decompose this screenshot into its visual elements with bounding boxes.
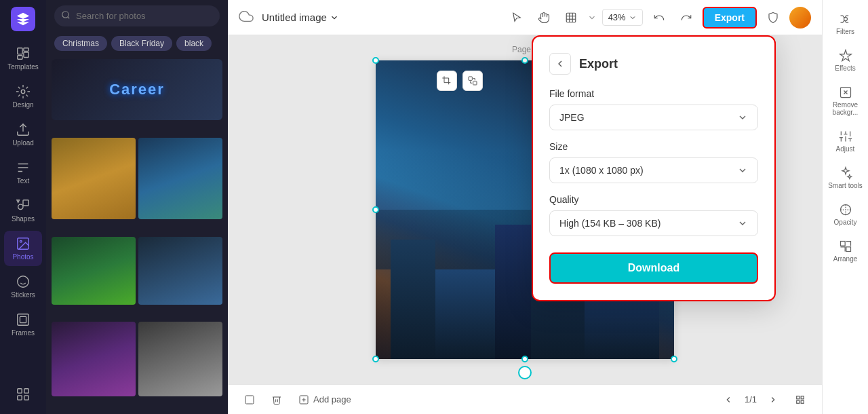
sidebar-item-photos[interactable]: Photos [4,231,42,266]
right-item-label: Effects [835,64,855,72]
sidebar-item-label: Text [17,177,29,185]
search-icon [61,10,71,22]
user-avatar[interactable] [789,7,811,29]
svg-rect-2 [24,52,28,57]
sidebar-item-label: Photos [12,253,33,261]
search-wrapper [54,5,220,26]
list-item[interactable] [52,237,136,320]
sidebar-item-design[interactable]: Design [4,79,42,114]
svg-rect-17 [24,389,28,393]
next-page-icon [768,395,778,404]
next-page-button[interactable] [762,389,784,411]
select-tool-button[interactable] [506,7,528,29]
search-input[interactable] [54,5,220,26]
svg-point-10 [20,240,22,242]
list-item[interactable] [138,138,222,234]
canvas-toolbar [437,71,483,91]
right-item-opacity[interactable]: Opacity [825,197,866,231]
zoom-button[interactable]: 43% [602,9,643,26]
page-options-button[interactable] [239,392,260,408]
hand-tool-button[interactable] [533,7,555,29]
right-item-label: Smart tools [828,182,863,189]
list-item[interactable] [52,322,136,411]
selection-handle-tm[interactable] [521,57,528,64]
right-item-label: Filters [836,28,854,35]
size-chevron-icon [737,165,748,176]
page-icon [244,394,255,405]
svg-point-20 [62,11,68,17]
list-item[interactable] [138,237,222,320]
sidebar-item-label: Shapes [12,215,35,223]
sidebar-item-upload[interactable]: Upload [4,117,42,152]
tag-black[interactable]: black [176,36,212,51]
trash-icon [271,394,282,405]
svg-rect-31 [797,400,800,403]
right-item-adjust[interactable]: Adjust [825,124,866,158]
delete-page-button[interactable] [266,392,288,408]
file-format-select[interactable]: JPEG [549,105,758,130]
svg-point-32 [844,18,847,21]
svg-rect-14 [18,314,29,326]
right-item-label: Remove backgr... [828,101,863,116]
svg-point-4 [21,90,25,94]
tag-black-friday[interactable]: Black Friday [111,36,172,51]
export-header: Export [549,53,758,75]
svg-rect-16 [18,389,22,393]
quality-label: Quality [549,194,758,205]
right-item-label: Opacity [834,219,857,226]
right-item-remove-bg[interactable]: Remove backgr... [825,80,866,121]
selection-handle-bm[interactable] [521,356,528,362]
shield-icon-button[interactable] [762,7,784,29]
crop-tool-button[interactable] [437,71,457,91]
sidebar-item-stickers[interactable]: Stickers [4,269,42,304]
sidebar-item-templates[interactable]: Templates [4,41,42,76]
size-field: Size 1x (1080 x 1080 px) [549,141,758,183]
right-item-smart-tools[interactable]: Smart tools [825,161,866,195]
download-button[interactable]: Download [549,252,758,284]
undo-button[interactable] [648,7,670,29]
bottom-actions: Add page [239,392,357,408]
list-item[interactable] [52,138,136,234]
sidebar-item-text[interactable]: Text [4,155,42,190]
sidebar-item-label: Upload [12,139,34,147]
right-item-filters[interactable]: Filters [825,7,866,41]
prev-page-button[interactable] [717,389,739,411]
add-page-button[interactable]: Add page [293,392,357,408]
right-item-effects[interactable]: Effects [825,43,866,77]
photo-wide-1[interactable]: Career [52,59,222,135]
document-title[interactable]: Untitled image [262,12,339,23]
quality-select[interactable]: High (154 KB – 308 KB) [549,210,758,236]
grid-icon [795,395,805,404]
export-button[interactable]: Export [703,7,757,29]
file-format-chevron-icon [737,112,748,123]
svg-rect-29 [801,396,804,398]
svg-rect-18 [24,396,28,400]
app-logo[interactable] [11,7,35,31]
selection-handle-ml[interactable] [372,206,379,213]
sidebar-item-more[interactable] [4,381,42,407]
svg-rect-0 [18,48,22,54]
list-item[interactable] [138,322,222,411]
replace-tool-button[interactable] [462,71,483,91]
right-item-arrange[interactable]: Arrange [825,234,866,268]
frame-tool-button[interactable] [560,7,582,29]
quality-field: Quality High (154 KB – 308 KB) [549,194,758,236]
grid-view-button[interactable] [789,389,811,411]
tags-row: Christmas Black Friday black [46,32,228,56]
rotate-handle[interactable] [518,366,532,379]
redo-button[interactable] [675,7,697,29]
selection-handle-br[interactable] [671,356,677,362]
selection-handle-bl[interactable] [372,356,379,362]
prev-page-icon [724,395,733,404]
tag-christmas[interactable]: Christmas [54,36,107,51]
svg-rect-24 [245,396,254,404]
export-back-button[interactable] [549,53,571,75]
right-item-label: Adjust [836,145,855,153]
selection-handle-tl[interactable] [372,57,379,64]
main-area: Untitled image 43% [228,0,822,414]
page-counter: 1/1 [745,394,757,404]
sidebar-item-frames[interactable]: Frames [4,307,42,342]
size-select[interactable]: 1x (1080 x 1080 px) [549,157,758,183]
export-title: Export [579,57,618,71]
sidebar-item-shapes[interactable]: Shapes [4,193,42,228]
